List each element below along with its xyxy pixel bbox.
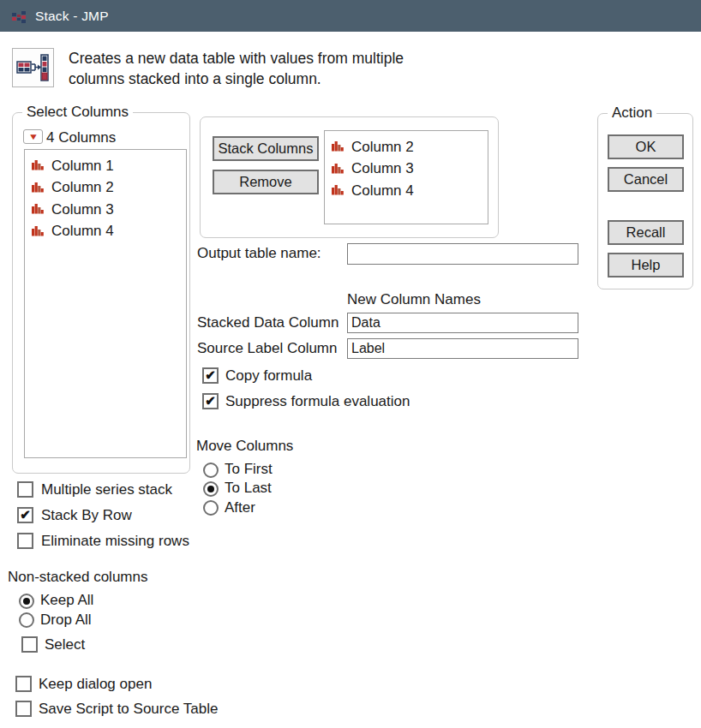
suppress-formula-evaluation-checkbox[interactable]: ✔ bbox=[202, 393, 219, 409]
description-line-2: columns stacked into a single column. bbox=[69, 69, 404, 90]
help-button[interactable]: Help bbox=[608, 253, 684, 277]
column-name: Column 4 bbox=[351, 182, 414, 200]
stack-by-row-checkbox[interactable]: ✔ bbox=[17, 507, 33, 523]
list-item[interactable]: Column 4 bbox=[325, 180, 488, 202]
move-after-radio[interactable] bbox=[203, 500, 219, 516]
keep-all-label: Keep All bbox=[40, 592, 93, 609]
move-to-first-radio[interactable] bbox=[203, 462, 219, 478]
column-name: Column 4 bbox=[51, 223, 114, 240]
list-item[interactable]: Column 2 bbox=[25, 177, 186, 200]
source-columns-list[interactable]: Column 1 Column 2 Column 3 Column 4 bbox=[24, 149, 187, 458]
continuous-column-icon bbox=[31, 159, 45, 172]
description-line-1: Creates a new data table with values fro… bbox=[69, 49, 404, 69]
eliminate-missing-rows-checkbox[interactable]: ✔ bbox=[17, 533, 33, 549]
column-name: Column 3 bbox=[51, 201, 114, 218]
drop-all-label: Drop All bbox=[40, 612, 92, 629]
multiple-series-stack-checkbox[interactable]: ✔ bbox=[17, 481, 33, 498]
stack-illustration-icon bbox=[12, 48, 54, 87]
source-label-column-label: Source Label Column bbox=[197, 340, 337, 357]
move-after-label: After bbox=[225, 499, 255, 516]
copy-formula-checkbox[interactable]: ✔ bbox=[202, 367, 219, 384]
output-table-name-input[interactable] bbox=[347, 243, 578, 265]
output-table-name-label: Output table name: bbox=[197, 245, 321, 262]
stacked-columns-list[interactable]: Column 2 Column 3 Column 4 bbox=[324, 130, 488, 224]
multiple-series-stack-label: Multiple series stack bbox=[41, 481, 172, 498]
window-title: Stack - JMP bbox=[35, 9, 109, 24]
copy-formula-label: Copy formula bbox=[225, 367, 312, 385]
column-name: Column 2 bbox=[351, 139, 414, 156]
column-name: Column 2 bbox=[51, 179, 114, 196]
action-group-label: Action bbox=[608, 104, 656, 122]
columns-count-label: 4 Columns bbox=[46, 129, 116, 146]
columns-filter-menu-button[interactable]: ▼ bbox=[23, 129, 43, 144]
move-columns-label: Move Columns bbox=[196, 438, 293, 455]
move-to-last-radio[interactable] bbox=[203, 481, 219, 497]
continuous-column-icon bbox=[331, 184, 345, 197]
column-name: Column 3 bbox=[351, 160, 414, 177]
keep-dialog-open-checkbox[interactable]: ✔ bbox=[15, 676, 32, 692]
move-to-first-label: To First bbox=[225, 461, 273, 478]
column-name: Column 1 bbox=[51, 158, 114, 175]
check-icon: ✔ bbox=[205, 393, 216, 409]
stacked-data-column-label: Stacked Data Column bbox=[197, 314, 339, 331]
eliminate-missing-rows-label: Eliminate missing rows bbox=[41, 533, 189, 550]
remove-button[interactable]: Remove bbox=[213, 170, 319, 194]
drop-all-radio[interactable] bbox=[19, 612, 34, 628]
suppress-formula-evaluation-label: Suppress formula evaluation bbox=[225, 393, 410, 410]
check-icon: ✔ bbox=[205, 367, 216, 383]
list-item[interactable]: Column 2 bbox=[325, 136, 488, 158]
recall-button[interactable]: Recall bbox=[608, 220, 684, 245]
new-column-names-header: New Column Names bbox=[347, 291, 481, 308]
non-stacked-columns-label: Non-stacked columns bbox=[8, 569, 147, 586]
list-item[interactable]: Column 1 bbox=[25, 155, 186, 177]
move-to-last-label: To Last bbox=[225, 480, 272, 497]
ok-button[interactable]: OK bbox=[608, 134, 684, 159]
cancel-button[interactable]: Cancel bbox=[608, 167, 684, 192]
stack-by-row-label: Stack By Row bbox=[41, 507, 132, 524]
dialog-description: Creates a new data table with values fro… bbox=[69, 49, 404, 89]
red-triangle-icon: ▼ bbox=[27, 133, 38, 141]
check-icon: ✔ bbox=[20, 507, 31, 522]
list-item[interactable]: Column 3 bbox=[25, 199, 186, 221]
source-label-column-input[interactable] bbox=[347, 338, 578, 359]
continuous-column-icon bbox=[331, 163, 345, 176]
save-script-label: Save Script to Source Table bbox=[39, 701, 218, 718]
app-icon bbox=[11, 9, 27, 24]
stacked-data-column-input[interactable] bbox=[347, 313, 578, 333]
title-bar: Stack - JMP bbox=[0, 0, 701, 32]
save-script-checkbox[interactable]: ✔ bbox=[15, 701, 32, 717]
continuous-column-icon bbox=[31, 225, 45, 238]
continuous-column-icon bbox=[31, 203, 45, 216]
select-columns-checkbox[interactable]: ✔ bbox=[21, 636, 38, 653]
continuous-column-icon bbox=[31, 182, 45, 194]
list-item[interactable]: Column 3 bbox=[325, 158, 488, 181]
stack-columns-button[interactable]: Stack Columns bbox=[213, 136, 319, 161]
list-item[interactable]: Column 4 bbox=[25, 221, 186, 243]
stack-dialog-window: Stack - JMP Creates a new data table wit… bbox=[0, 0, 701, 728]
keep-dialog-open-label: Keep dialog open bbox=[39, 676, 152, 693]
select-columns-group-label: Select Columns bbox=[22, 104, 133, 121]
select-columns-checkbox-label: Select bbox=[45, 636, 85, 653]
continuous-column-icon bbox=[331, 140, 345, 153]
keep-all-radio[interactable] bbox=[19, 594, 34, 609]
